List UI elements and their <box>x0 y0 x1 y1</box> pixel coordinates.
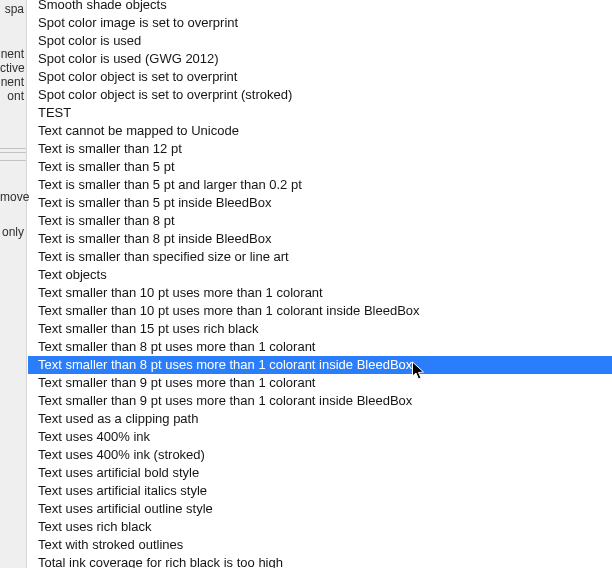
list-item[interactable]: Text smaller than 15 pt uses rich black <box>28 320 612 338</box>
list-item[interactable]: Text uses artificial outline style <box>28 500 612 518</box>
list-item[interactable]: Text is smaller than 5 pt inside BleedBo… <box>28 194 612 212</box>
sidebar-fragment: only <box>0 225 24 239</box>
list-item[interactable]: Text uses 400% ink (stroked) <box>28 446 612 464</box>
list-item[interactable]: Text uses artificial bold style <box>28 464 612 482</box>
sidebar-fragment: move <box>0 190 24 204</box>
list-item[interactable]: Text uses artificial italics style <box>28 482 612 500</box>
list-item[interactable]: Text smaller than 9 pt uses more than 1 … <box>28 392 612 410</box>
sidebar-fragment: nent <box>0 47 24 61</box>
list-item[interactable]: Text is smaller than specified size or l… <box>28 248 612 266</box>
list-item[interactable]: Text is smaller than 5 pt <box>28 158 612 176</box>
list-item[interactable]: Text uses rich black <box>28 518 612 536</box>
list-item[interactable]: Spot color image is set to overprint <box>28 14 612 32</box>
list-item[interactable]: Text is smaller than 12 pt <box>28 140 612 158</box>
list-item[interactable]: Text uses 400% ink <box>28 428 612 446</box>
list-item[interactable]: Text smaller than 9 pt uses more than 1 … <box>28 374 612 392</box>
sidebar-panel: spanentctivenentontmoveonly <box>0 0 27 568</box>
list-item[interactable]: Text smaller than 8 pt uses more than 1 … <box>28 338 612 356</box>
sidebar-fragment: ont <box>0 89 24 103</box>
list-item[interactable]: Text is smaller than 8 pt <box>28 212 612 230</box>
list-item[interactable]: Spot color is used <box>28 32 612 50</box>
list-item[interactable]: Spot color object is set to overprint <box>28 68 612 86</box>
preflight-check-list[interactable]: Smooth shade objectsSpot color image is … <box>28 0 612 568</box>
window-root: { "sidebar_fragments": [ { "top": 2, "te… <box>0 0 612 568</box>
list-item[interactable]: Smooth shade objects <box>28 0 612 14</box>
list-item[interactable]: Text smaller than 10 pt uses more than 1… <box>28 284 612 302</box>
list-item[interactable]: Text is smaller than 8 pt inside BleedBo… <box>28 230 612 248</box>
list-item[interactable]: Text used as a clipping path <box>28 410 612 428</box>
list-item[interactable]: Text objects <box>28 266 612 284</box>
list-item[interactable]: Total ink coverage for rich black is too… <box>28 554 612 568</box>
list-item[interactable]: TEST <box>28 104 612 122</box>
sidebar-fragment: ctive <box>0 61 24 75</box>
list-item[interactable]: Text smaller than 10 pt uses more than 1… <box>28 302 612 320</box>
list-item[interactable]: Text with stroked outlines <box>28 536 612 554</box>
sidebar-fragment: nent <box>0 75 24 89</box>
list-item[interactable]: Text smaller than 8 pt uses more than 1 … <box>28 356 612 374</box>
list-item[interactable]: Text cannot be mapped to Unicode <box>28 122 612 140</box>
list-item[interactable]: Spot color object is set to overprint (s… <box>28 86 612 104</box>
list-item[interactable]: Text is smaller than 5 pt and larger tha… <box>28 176 612 194</box>
sidebar-fragment: spa <box>0 2 24 16</box>
list-item[interactable]: Spot color is used (GWG 2012) <box>28 50 612 68</box>
